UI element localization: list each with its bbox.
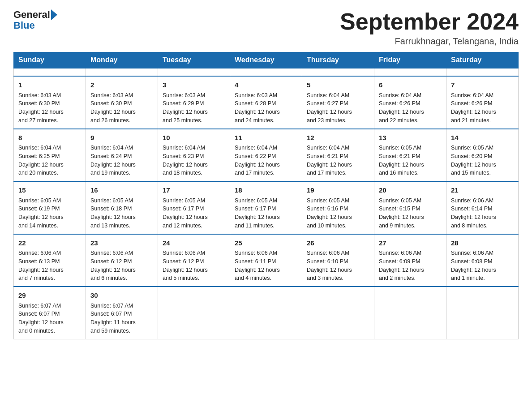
weekday-header-wednesday: Wednesday xyxy=(230,52,302,68)
day-info: Sunrise: 6:06 AM Sunset: 6:13 PM Dayligh… xyxy=(18,249,81,283)
day-number: 16 xyxy=(90,185,153,196)
day-number: 15 xyxy=(18,185,81,196)
calendar-cell: 16Sunrise: 6:05 AM Sunset: 6:18 PM Dayli… xyxy=(86,181,158,234)
calendar-cell: 19Sunrise: 6:05 AM Sunset: 6:16 PM Dayli… xyxy=(302,181,374,234)
day-number: 11 xyxy=(235,133,297,143)
calendar-cell: 2Sunrise: 6:03 AM Sunset: 6:30 PM Daylig… xyxy=(86,76,158,129)
calendar-cell: 3Sunrise: 6:03 AM Sunset: 6:29 PM Daylig… xyxy=(158,76,230,129)
day-number: 9 xyxy=(90,133,153,143)
calendar-cell: 7Sunrise: 6:04 AM Sunset: 6:26 PM Daylig… xyxy=(446,76,519,129)
logo-blue-text: Blue xyxy=(13,20,35,31)
day-info: Sunrise: 6:04 AM Sunset: 6:26 PM Dayligh… xyxy=(379,91,442,125)
day-number: 5 xyxy=(307,80,369,90)
day-info: Sunrise: 6:05 AM Sunset: 6:19 PM Dayligh… xyxy=(18,197,81,230)
day-number: 7 xyxy=(451,80,514,90)
calendar-cell: 11Sunrise: 6:04 AM Sunset: 6:22 PM Dayli… xyxy=(230,129,302,182)
calendar-cell: 25Sunrise: 6:06 AM Sunset: 6:11 PM Dayli… xyxy=(230,234,302,287)
calendar-cell xyxy=(230,68,302,76)
day-number: 22 xyxy=(18,238,81,248)
calendar-cell: 24Sunrise: 6:06 AM Sunset: 6:12 PM Dayli… xyxy=(158,234,230,287)
day-info: Sunrise: 6:06 AM Sunset: 6:11 PM Dayligh… xyxy=(235,249,297,283)
weekday-header-thursday: Thursday xyxy=(302,52,374,68)
day-info: Sunrise: 6:07 AM Sunset: 6:07 PM Dayligh… xyxy=(18,302,81,335)
day-info: Sunrise: 6:03 AM Sunset: 6:29 PM Dayligh… xyxy=(163,91,225,125)
calendar-cell xyxy=(158,287,230,339)
day-info: Sunrise: 6:04 AM Sunset: 6:26 PM Dayligh… xyxy=(451,91,514,125)
day-info: Sunrise: 6:04 AM Sunset: 6:25 PM Dayligh… xyxy=(18,144,81,177)
calendar-cell: 22Sunrise: 6:06 AM Sunset: 6:13 PM Dayli… xyxy=(14,234,86,287)
calendar-table: SundayMondayTuesdayWednesdayThursdayFrid… xyxy=(13,52,519,339)
calendar-title: September 2024 xyxy=(340,9,519,34)
day-number: 29 xyxy=(18,291,81,301)
day-info: Sunrise: 6:04 AM Sunset: 6:22 PM Dayligh… xyxy=(235,144,297,177)
day-info: Sunrise: 6:05 AM Sunset: 6:15 PM Dayligh… xyxy=(379,197,442,230)
day-number: 2 xyxy=(90,80,153,90)
day-info: Sunrise: 6:04 AM Sunset: 6:24 PM Dayligh… xyxy=(90,144,153,177)
day-number: 4 xyxy=(235,80,297,90)
day-info: Sunrise: 6:03 AM Sunset: 6:30 PM Dayligh… xyxy=(18,91,81,125)
location-subtitle: Farrukhnagar, Telangana, India xyxy=(340,36,519,47)
calendar-cell: 20Sunrise: 6:05 AM Sunset: 6:15 PM Dayli… xyxy=(374,181,446,234)
weekday-header-friday: Friday xyxy=(374,52,446,68)
calendar-cell xyxy=(14,68,86,76)
calendar-cell: 21Sunrise: 6:06 AM Sunset: 6:14 PM Dayli… xyxy=(446,181,519,234)
calendar-cell: 4Sunrise: 6:03 AM Sunset: 6:28 PM Daylig… xyxy=(230,76,302,129)
calendar-cell: 27Sunrise: 6:06 AM Sunset: 6:09 PM Dayli… xyxy=(374,234,446,287)
day-number: 14 xyxy=(451,133,514,143)
day-number: 12 xyxy=(307,133,369,143)
day-info: Sunrise: 6:05 AM Sunset: 6:21 PM Dayligh… xyxy=(379,144,442,177)
calendar-week-1 xyxy=(14,68,519,76)
calendar-week-2: 1Sunrise: 6:03 AM Sunset: 6:30 PM Daylig… xyxy=(14,76,519,129)
day-number: 17 xyxy=(163,185,225,196)
day-info: Sunrise: 6:03 AM Sunset: 6:28 PM Dayligh… xyxy=(235,91,297,125)
calendar-cell xyxy=(230,287,302,339)
calendar-cell: 6Sunrise: 6:04 AM Sunset: 6:26 PM Daylig… xyxy=(374,76,446,129)
day-number: 21 xyxy=(451,185,514,196)
day-info: Sunrise: 6:07 AM Sunset: 6:07 PM Dayligh… xyxy=(90,302,153,335)
calendar-cell xyxy=(302,68,374,76)
day-info: Sunrise: 6:05 AM Sunset: 6:17 PM Dayligh… xyxy=(163,197,225,230)
calendar-week-3: 8Sunrise: 6:04 AM Sunset: 6:25 PM Daylig… xyxy=(14,129,519,182)
calendar-cell: 29Sunrise: 6:07 AM Sunset: 6:07 PM Dayli… xyxy=(14,287,86,339)
day-number: 28 xyxy=(451,238,514,248)
day-number: 8 xyxy=(18,133,81,143)
day-info: Sunrise: 6:05 AM Sunset: 6:20 PM Dayligh… xyxy=(451,144,514,177)
page-header: General Blue September 2024 Farrukhnagar… xyxy=(13,9,519,47)
calendar-week-5: 22Sunrise: 6:06 AM Sunset: 6:13 PM Dayli… xyxy=(14,234,519,287)
calendar-cell: 15Sunrise: 6:05 AM Sunset: 6:19 PM Dayli… xyxy=(14,181,86,234)
weekday-header-monday: Monday xyxy=(86,52,158,68)
calendar-week-4: 15Sunrise: 6:05 AM Sunset: 6:19 PM Dayli… xyxy=(14,181,519,234)
weekday-header-tuesday: Tuesday xyxy=(158,52,230,68)
calendar-cell: 12Sunrise: 6:04 AM Sunset: 6:21 PM Dayli… xyxy=(302,129,374,182)
calendar-cell: 23Sunrise: 6:06 AM Sunset: 6:12 PM Dayli… xyxy=(86,234,158,287)
calendar-cell: 17Sunrise: 6:05 AM Sunset: 6:17 PM Dayli… xyxy=(158,181,230,234)
calendar-cell: 9Sunrise: 6:04 AM Sunset: 6:24 PM Daylig… xyxy=(86,129,158,182)
calendar-week-6: 29Sunrise: 6:07 AM Sunset: 6:07 PM Dayli… xyxy=(14,287,519,339)
weekday-header-sunday: Sunday xyxy=(14,52,86,68)
title-block: September 2024 Farrukhnagar, Telangana, … xyxy=(340,9,519,47)
calendar-cell xyxy=(446,287,519,339)
day-number: 20 xyxy=(379,185,442,196)
day-info: Sunrise: 6:06 AM Sunset: 6:10 PM Dayligh… xyxy=(307,249,369,283)
day-info: Sunrise: 6:05 AM Sunset: 6:18 PM Dayligh… xyxy=(90,197,153,230)
calendar-cell: 14Sunrise: 6:05 AM Sunset: 6:20 PM Dayli… xyxy=(446,129,519,182)
calendar-cell: 5Sunrise: 6:04 AM Sunset: 6:27 PM Daylig… xyxy=(302,76,374,129)
day-number: 24 xyxy=(163,238,225,248)
day-number: 30 xyxy=(90,291,153,301)
day-info: Sunrise: 6:06 AM Sunset: 6:12 PM Dayligh… xyxy=(90,249,153,283)
day-info: Sunrise: 6:06 AM Sunset: 6:09 PM Dayligh… xyxy=(379,249,442,283)
day-number: 27 xyxy=(379,238,442,248)
weekday-header-saturday: Saturday xyxy=(446,52,519,68)
day-number: 13 xyxy=(379,133,442,143)
calendar-cell: 18Sunrise: 6:05 AM Sunset: 6:17 PM Dayli… xyxy=(230,181,302,234)
day-number: 23 xyxy=(90,238,153,248)
day-info: Sunrise: 6:04 AM Sunset: 6:23 PM Dayligh… xyxy=(163,144,225,177)
calendar-cell: 8Sunrise: 6:04 AM Sunset: 6:25 PM Daylig… xyxy=(14,129,86,182)
day-number: 3 xyxy=(163,80,225,90)
calendar-cell: 1Sunrise: 6:03 AM Sunset: 6:30 PM Daylig… xyxy=(14,76,86,129)
calendar-cell: 26Sunrise: 6:06 AM Sunset: 6:10 PM Dayli… xyxy=(302,234,374,287)
day-number: 19 xyxy=(307,185,369,196)
day-number: 18 xyxy=(235,185,297,196)
weekday-header-row: SundayMondayTuesdayWednesdayThursdayFrid… xyxy=(14,52,519,68)
calendar-cell: 28Sunrise: 6:06 AM Sunset: 6:08 PM Dayli… xyxy=(446,234,519,287)
